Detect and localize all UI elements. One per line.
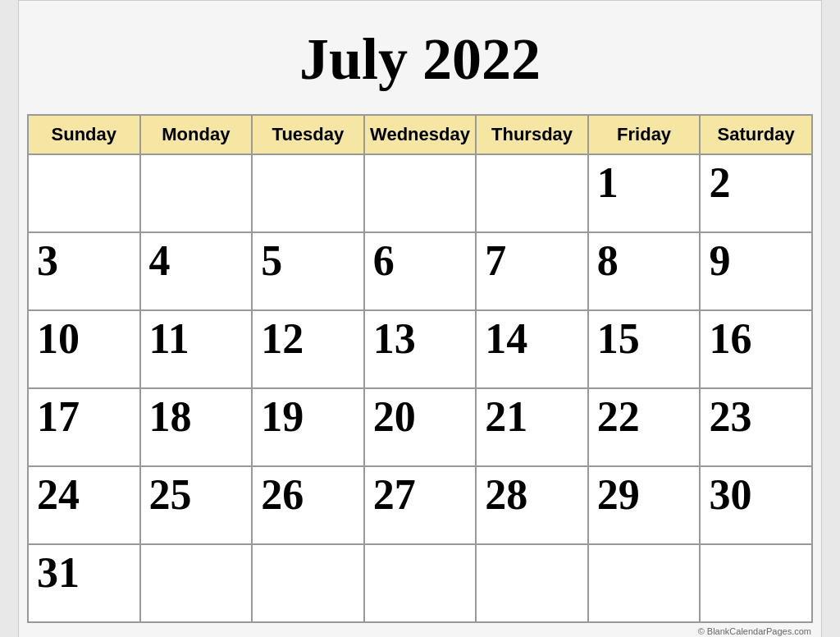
- day-cell: [476, 154, 588, 232]
- day-cell: 25: [140, 466, 253, 544]
- day-cell: [700, 544, 812, 622]
- day-number: 29: [597, 471, 640, 518]
- day-number: 11: [149, 315, 189, 362]
- day-number: 7: [485, 237, 506, 284]
- week-row-1: 12: [28, 154, 812, 232]
- day-number: 19: [261, 393, 304, 440]
- day-number: 8: [597, 237, 619, 284]
- day-number: 6: [373, 237, 395, 284]
- day-cell: 1: [588, 154, 701, 232]
- day-number: 13: [373, 315, 416, 362]
- day-cell: 14: [476, 310, 588, 388]
- day-cell: 18: [140, 388, 253, 466]
- day-cell: 17: [28, 388, 140, 466]
- calendar-title: July 2022: [27, 9, 813, 114]
- day-number: 5: [261, 237, 282, 284]
- day-cell: 3: [28, 232, 140, 310]
- day-cell: 29: [588, 466, 701, 544]
- day-number: 4: [149, 237, 171, 284]
- day-number: 10: [37, 315, 80, 362]
- day-number: 12: [261, 315, 304, 362]
- day-cell: 27: [364, 466, 477, 544]
- day-cell: 4: [140, 232, 253, 310]
- day-number: 24: [37, 471, 80, 518]
- day-cell: 23: [700, 388, 812, 466]
- day-cell: 7: [476, 232, 588, 310]
- day-number: 28: [485, 471, 527, 518]
- header-wednesday: Wednesday: [364, 115, 477, 154]
- day-cell: 2: [700, 154, 812, 232]
- day-cell: 6: [364, 232, 477, 310]
- day-number: 27: [373, 471, 416, 518]
- day-cell: [140, 544, 253, 622]
- day-number: 20: [373, 393, 416, 440]
- header-friday: Friday: [588, 115, 701, 154]
- header-sunday: Sunday: [28, 115, 140, 154]
- day-cell: [252, 544, 364, 622]
- watermark: © BlankCalendarPages.com: [27, 623, 813, 637]
- day-number: 21: [485, 393, 527, 440]
- header-monday: Monday: [140, 115, 253, 154]
- day-number: 2: [709, 159, 730, 206]
- day-cell: 28: [476, 466, 588, 544]
- week-row-2: 3456789: [28, 232, 812, 310]
- day-cell: 20: [364, 388, 477, 466]
- day-cell: [364, 154, 477, 232]
- header-saturday: Saturday: [700, 115, 812, 154]
- day-number: 15: [597, 315, 640, 362]
- day-cell: 31: [28, 544, 140, 622]
- header-row: Sunday Monday Tuesday Wednesday Thursday…: [28, 115, 812, 154]
- day-number: 31: [37, 549, 80, 596]
- header-thursday: Thursday: [476, 115, 588, 154]
- day-cell: 12: [252, 310, 364, 388]
- day-cell: [28, 154, 140, 232]
- day-cell: 26: [252, 466, 364, 544]
- day-number: 9: [709, 237, 730, 284]
- day-cell: 24: [28, 466, 140, 544]
- day-cell: [252, 154, 364, 232]
- day-cell: [364, 544, 477, 622]
- calendar-table: Sunday Monday Tuesday Wednesday Thursday…: [27, 114, 813, 623]
- day-cell: 19: [252, 388, 364, 466]
- day-cell: 16: [700, 310, 812, 388]
- header-tuesday: Tuesday: [252, 115, 364, 154]
- week-row-6: 31: [28, 544, 812, 622]
- day-number: 18: [149, 393, 192, 440]
- day-cell: 30: [700, 466, 812, 544]
- day-cell: 8: [588, 232, 701, 310]
- day-cell: 21: [476, 388, 588, 466]
- day-cell: [588, 544, 701, 622]
- day-cell: 13: [364, 310, 477, 388]
- day-cell: [476, 544, 588, 622]
- day-number: 14: [485, 315, 527, 362]
- day-cell: 9: [700, 232, 812, 310]
- calendar-body: 1234567891011121314151617181920212223242…: [28, 154, 812, 622]
- day-cell: 5: [252, 232, 364, 310]
- day-number: 23: [709, 393, 751, 440]
- day-cell: [140, 154, 253, 232]
- week-row-3: 10111213141516: [28, 310, 812, 388]
- day-number: 30: [709, 471, 751, 518]
- day-number: 26: [261, 471, 304, 518]
- day-number: 1: [597, 159, 619, 206]
- day-cell: 15: [588, 310, 701, 388]
- day-number: 25: [149, 471, 192, 518]
- day-number: 17: [37, 393, 80, 440]
- day-cell: 10: [28, 310, 140, 388]
- day-number: 3: [37, 237, 58, 284]
- week-row-5: 24252627282930: [28, 466, 812, 544]
- day-number: 22: [597, 393, 640, 440]
- week-row-4: 17181920212223: [28, 388, 812, 466]
- calendar-container: July 2022 Sunday Monday Tuesday Wednesda…: [18, 0, 822, 637]
- day-cell: 22: [588, 388, 701, 466]
- day-number: 16: [709, 315, 751, 362]
- day-cell: 11: [140, 310, 253, 388]
